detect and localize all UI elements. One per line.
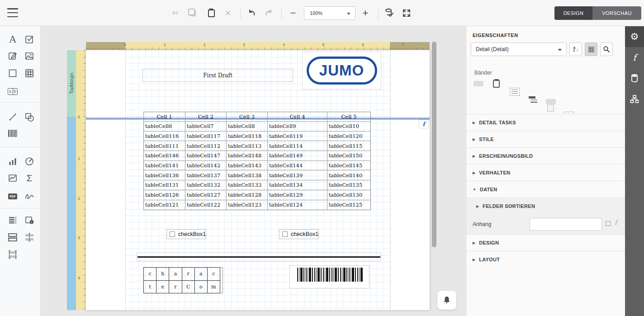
shape-tool-icon[interactable]	[23, 110, 36, 124]
comb-cell[interactable]: a	[169, 267, 182, 281]
table-cell[interactable]: tableCell133	[227, 180, 268, 190]
comb-cell[interactable]: a	[194, 267, 208, 281]
vertical-scrollbar[interactable]	[432, 42, 436, 247]
table-cell[interactable]: tableCell117	[185, 132, 227, 141]
report-table[interactable]: Cell 1Cell 2Cell 3Cell 4Cell 5tableCell6…	[143, 112, 371, 210]
table-header-cell[interactable]: Cell 3	[227, 112, 268, 122]
comb-cell[interactable]: C	[182, 280, 195, 294]
table-cell[interactable]: tableCell138	[227, 170, 268, 180]
comb-cell[interactable]: o	[194, 280, 208, 294]
section-detail-tasks[interactable]: ▶DETAIL TASKS	[466, 114, 625, 131]
paste-icon[interactable]	[204, 6, 218, 20]
band-plain-icon[interactable]	[546, 99, 556, 104]
table-cell[interactable]: tableCell137	[185, 170, 227, 180]
comb-cell[interactable]: h	[156, 267, 169, 281]
band-dashed-lines-icon[interactable]	[510, 88, 520, 96]
table-cell[interactable]: tableCell120	[327, 132, 370, 141]
richtext-tool-icon[interactable]	[6, 49, 19, 63]
table-cell[interactable]: tableCell9	[268, 122, 327, 132]
gauge-tool-icon[interactable]	[23, 155, 36, 168]
table-cell[interactable]: tableCell121	[144, 200, 185, 210]
section-felder-sortieren[interactable]: ▶FELDER SORTIEREN	[466, 198, 625, 214]
copy-icon[interactable]	[186, 6, 199, 20]
menu-icon[interactable]	[7, 8, 18, 17]
table-cell[interactable]: tableCell115	[327, 141, 370, 151]
table-cell[interactable]: tableCell142	[185, 161, 227, 171]
search-properties-button[interactable]	[600, 42, 613, 56]
table-cell[interactable]: tableCell147	[185, 151, 227, 161]
cut-icon[interactable]: ✂	[169, 6, 182, 20]
comb-cell[interactable]: r	[169, 280, 182, 294]
comb-cell[interactable]: m	[207, 280, 220, 294]
table-cell[interactable]: tableCell129	[268, 190, 327, 200]
table-cell[interactable]: tableCell136	[144, 170, 185, 180]
table-cell[interactable]: tableCell134	[268, 180, 327, 190]
comb-cell[interactable]: r	[182, 267, 195, 281]
anhang-input[interactable]	[530, 218, 602, 231]
table-cell[interactable]: tableCell111	[144, 141, 185, 151]
table-cell[interactable]: tableCell116	[144, 132, 185, 141]
summary-tool-icon[interactable]: Σ	[23, 171, 36, 185]
band-plain-icon[interactable]	[474, 81, 483, 86]
table-cell[interactable]: tableCell122	[185, 200, 227, 210]
panel-tool-icon[interactable]	[6, 66, 19, 80]
section-daten[interactable]: ▼DATEN	[466, 181, 625, 198]
label-tool-icon[interactable]: A	[6, 33, 19, 46]
chart-tool-icon[interactable]	[6, 155, 19, 168]
comb-cell[interactable]: c	[207, 267, 220, 281]
table-cell[interactable]: tableCell114	[268, 141, 327, 151]
table-cell[interactable]: tableCell124	[268, 200, 327, 210]
table-header-cell[interactable]: Cell 4	[268, 112, 327, 122]
line-element[interactable]	[137, 252, 381, 261]
zoom-in-icon[interactable]: +	[359, 6, 372, 20]
character-comb-tool-icon[interactable]: ab	[6, 85, 19, 98]
barcode-element[interactable]	[289, 265, 369, 288]
logo-picture-box[interactable]: JUMO	[302, 52, 381, 90]
report-title-label[interactable]: First Draft	[142, 69, 293, 82]
table-cell[interactable]: tableCell126	[144, 190, 185, 200]
table-cell[interactable]: tableCell150	[327, 151, 370, 161]
sort-az-button[interactable]: AZ↓	[569, 42, 582, 56]
notifications-button[interactable]	[437, 291, 456, 310]
table-cell[interactable]: tableCell113	[227, 141, 268, 151]
line-tool-icon[interactable]	[6, 110, 19, 124]
validate-report-icon[interactable]	[382, 6, 396, 20]
checkbox-element-1[interactable]: checkBox1	[166, 229, 206, 239]
table-cell[interactable]: tableCell119	[268, 132, 327, 141]
table-cell[interactable]: tableCell127	[185, 190, 227, 200]
table-cell[interactable]: tableCell131	[144, 180, 185, 190]
table-cell[interactable]: tableCell149	[268, 151, 327, 161]
table-cell[interactable]: tableCell112	[185, 141, 227, 151]
table-cell[interactable]: tableCell140	[327, 170, 370, 180]
table-header-cell[interactable]: Cell 1	[144, 112, 185, 122]
band-expression-button[interactable]: f	[419, 119, 429, 128]
table-header-cell[interactable]: Cell 2	[185, 112, 227, 122]
comb-cell[interactable]: c	[143, 267, 156, 281]
table-cell[interactable]: tableCell148	[227, 151, 268, 161]
fullscreen-icon[interactable]	[400, 6, 413, 20]
picture-tool-icon[interactable]	[23, 49, 36, 63]
comb-cell[interactable]: e	[156, 280, 169, 294]
checkbox-element-2[interactable]: checkBox1	[279, 229, 319, 239]
table-cell[interactable]: tableCell135	[327, 180, 370, 190]
expressions-tab[interactable]: f	[625, 47, 644, 68]
table-header-cell[interactable]: Cell 5	[327, 112, 370, 122]
page-info-tool-icon[interactable]: i	[23, 213, 36, 227]
character-comb-element[interactable]: characterCom	[143, 267, 223, 293]
table-cell[interactable]: tableCell139	[268, 170, 327, 180]
band-clipboard-icon[interactable]	[493, 80, 500, 88]
report-page[interactable]: First Draft JUMO f Cell 1Cell 2Cell 3Cel…	[86, 50, 430, 310]
section-stile[interactable]: ▶STILE	[466, 131, 625, 147]
redo-icon[interactable]	[262, 6, 275, 20]
table-cell[interactable]: tableCell7	[185, 122, 227, 132]
subreport-tool-icon[interactable]	[6, 213, 19, 227]
band-outline-icon[interactable]	[547, 104, 554, 112]
comb-cell[interactable]: t	[143, 280, 156, 294]
anhang-checkbox[interactable]	[606, 221, 611, 226]
section-erscheinungsbild[interactable]: ▶ERSCHEINUNGSBILD	[466, 147, 625, 164]
cross-band-line-tool-icon[interactable]	[23, 231, 36, 244]
checkbox-tool-icon[interactable]	[23, 33, 36, 46]
table-cell[interactable]: tableCell132	[185, 180, 227, 190]
section-verhalten[interactable]: ▶VERHALTEN	[466, 164, 625, 181]
table-cell[interactable]: tableCell6	[144, 122, 185, 132]
